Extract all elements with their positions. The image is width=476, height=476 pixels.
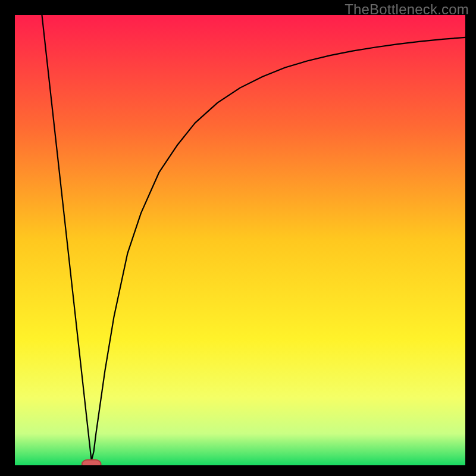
plot-svg [15,15,465,465]
gradient-background [15,15,465,465]
vertex-marker [82,460,101,465]
chart-frame: TheBottleneck.com [0,0,476,476]
plot-area [15,15,465,465]
